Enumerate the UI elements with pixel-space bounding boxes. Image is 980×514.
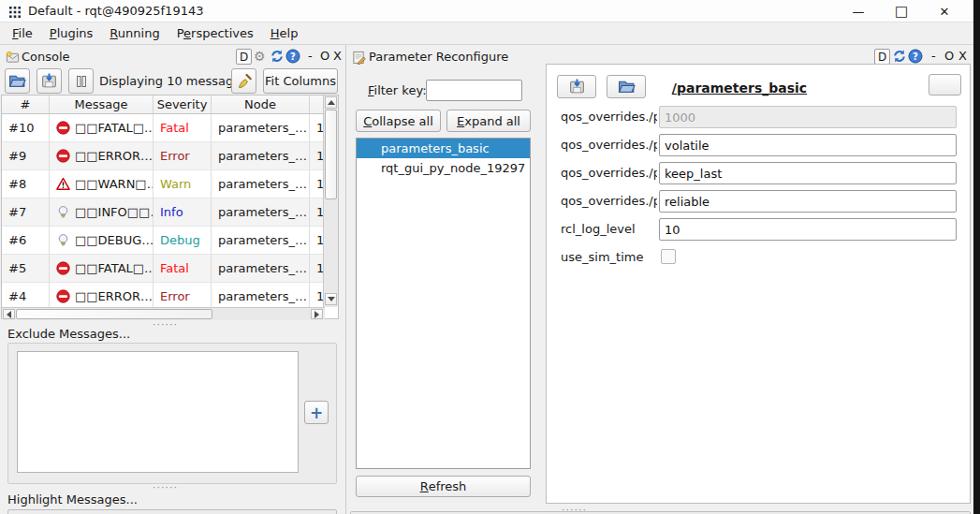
load-messages-button[interactable] (5, 68, 30, 94)
highlight-messages-panel-edge (7, 509, 337, 514)
console-row-4[interactable]: #4□□ERROR…Errorparameters_…18 (2, 283, 325, 307)
param-row: qos_overrides./pa (547, 190, 970, 213)
console-row-6[interactable]: #6□□DEBUG…Debugparameters_…18 (2, 227, 325, 255)
param-row: qos_overrides./pa (547, 106, 970, 128)
message-text: □□ERROR… (75, 149, 153, 163)
node-tree: parameters_basicrqt_gui_py_node_19297 (356, 138, 531, 469)
window-minimize-button[interactable]: — (837, 5, 880, 19)
column-header-Severity[interactable]: Severity (154, 95, 212, 114)
scroll-down-button[interactable] (325, 293, 337, 305)
param-plugin-icon (352, 51, 366, 65)
param-input-2[interactable] (659, 162, 957, 184)
horizontal-scroll-thumb[interactable] (16, 309, 212, 319)
cell-msg: □□DEBUG… (50, 227, 154, 255)
no-entry-icon (56, 289, 70, 303)
collapse-all-button[interactable]: Collapse all (356, 110, 441, 132)
add-filter-button[interactable]: + (304, 401, 329, 424)
message-text: □□ERROR… (75, 289, 153, 303)
param-dock-close[interactable]: X (958, 49, 967, 63)
scroll-right-button[interactable] (311, 309, 323, 319)
param-dock-maximize[interactable]: O (944, 49, 954, 63)
console-row-5[interactable]: #5□□FATAL□…Fatalparameters_…18 (2, 255, 325, 283)
column-header-#[interactable]: # (2, 95, 50, 114)
param-label: rcl_log_level (561, 222, 657, 236)
column-header-Message[interactable]: Message (50, 95, 154, 114)
menu-bar: FilePluginsRunningPerspectivesHelp (0, 22, 973, 45)
cell-sev: Error (154, 283, 212, 307)
window-title: Default - rqt@490925f19143 (28, 4, 203, 18)
param-checkbox-use_sim_time[interactable] (661, 249, 676, 264)
exclude-filter-list[interactable] (17, 351, 299, 473)
parameter-reconfigure-dock: Parameter Reconfigure D ? - O X Filter k… (348, 45, 973, 514)
vertical-scrollbar[interactable] (323, 95, 338, 307)
node-item-parameters_basic[interactable]: parameters_basic (357, 139, 530, 158)
highlight-exclude-broom-button[interactable] (231, 68, 256, 94)
window-close-button[interactable]: ✕ (923, 5, 966, 19)
exclude-messages-panel: + (7, 343, 337, 484)
param-dock-d-button[interactable]: D (874, 49, 890, 65)
filter-key-input[interactable] (426, 80, 522, 101)
svg-text:?: ? (290, 51, 296, 62)
no-entry-icon (56, 261, 70, 275)
console-settings-gear-icon[interactable]: ⚙ (254, 49, 269, 64)
cell-node: parameters_… (212, 114, 310, 142)
menu-file[interactable]: File (4, 23, 41, 43)
message-text: □□INFO□□… (75, 205, 154, 219)
expand-all-button[interactable]: Expand all (446, 110, 531, 132)
cell-sev: Fatal (154, 114, 212, 142)
param-label: qos_overrides./pa (561, 166, 657, 180)
svg-text:?: ? (913, 51, 918, 62)
cell-msg: □□WARN□… (50, 170, 154, 198)
console-row-10[interactable]: #10□□FATAL□…Fatalparameters_…18 (2, 114, 325, 142)
pause-button[interactable] (68, 68, 94, 94)
param-input-4[interactable] (659, 218, 957, 241)
console-dock-close[interactable]: X (333, 49, 342, 63)
console-help-icon[interactable]: ? (285, 49, 300, 64)
window-maximize-button[interactable]: □ (880, 3, 923, 20)
cell-num: #5 (2, 255, 50, 283)
param-row: use_sim_time (547, 246, 970, 269)
cell-sev: Debug (154, 227, 212, 255)
console-dock-d-button[interactable]: D (236, 49, 252, 65)
save-messages-button[interactable] (37, 68, 62, 94)
highlight-messages-label: Highlight Messages... (7, 492, 138, 507)
console-dock-minimize[interactable]: - (308, 49, 313, 63)
cell-node: parameters_… (212, 227, 310, 255)
param-row: qos_overrides./pa (547, 134, 970, 156)
menu-plugins[interactable]: Plugins (41, 23, 102, 43)
splitter-handle[interactable]: ······ (153, 481, 178, 493)
dock-divider[interactable] (345, 45, 346, 514)
refresh-button[interactable]: Refresh (356, 476, 531, 497)
exclude-messages-label: Exclude Messages... (7, 327, 130, 341)
console-reload-icon[interactable] (270, 49, 285, 64)
param-input-0[interactable] (659, 106, 957, 128)
fit-columns-button[interactable]: Fit Columns (263, 68, 338, 94)
console-row-8[interactable]: #8□□WARN□…Warnparameters_…18 (2, 170, 325, 198)
cell-num: #6 (2, 227, 50, 255)
param-input-1[interactable] (659, 134, 957, 156)
scroll-up-button[interactable] (325, 96, 337, 109)
no-entry-icon (56, 149, 70, 163)
splitter-handle[interactable]: ······ (153, 318, 178, 330)
close-node-button[interactable] (929, 74, 961, 95)
scroll-left-button[interactable] (3, 309, 15, 319)
column-header-Node[interactable]: Node (212, 95, 310, 114)
menu-help[interactable]: Help (262, 23, 307, 43)
param-row: rcl_log_level (547, 218, 970, 241)
no-entry-icon (56, 121, 70, 135)
console-dock-maximize[interactable]: O (320, 49, 329, 63)
console-row-9[interactable]: #9□□ERROR…Errorparameters_…18 (2, 142, 325, 170)
menu-running[interactable]: Running (101, 23, 168, 43)
menu-perspectives[interactable]: Perspectives (168, 23, 262, 43)
param-input-3[interactable] (659, 190, 957, 213)
vertical-scroll-thumb[interactable] (325, 110, 337, 199)
bulb-icon (56, 205, 70, 219)
param-help-icon[interactable]: ? (908, 49, 923, 64)
node-item-rqt_gui_py_node_19297[interactable]: rqt_gui_py_node_19297 (357, 158, 530, 178)
param-dock-minimize[interactable]: - (931, 49, 936, 63)
param-reload-icon[interactable] (892, 49, 907, 64)
param-label: qos_overrides./pa (561, 110, 657, 124)
console-row-7[interactable]: #7□□INFO□□…Infoparameters_…18 (2, 198, 325, 227)
cell-node: parameters_… (212, 170, 310, 198)
cell-node: parameters_… (212, 255, 310, 283)
